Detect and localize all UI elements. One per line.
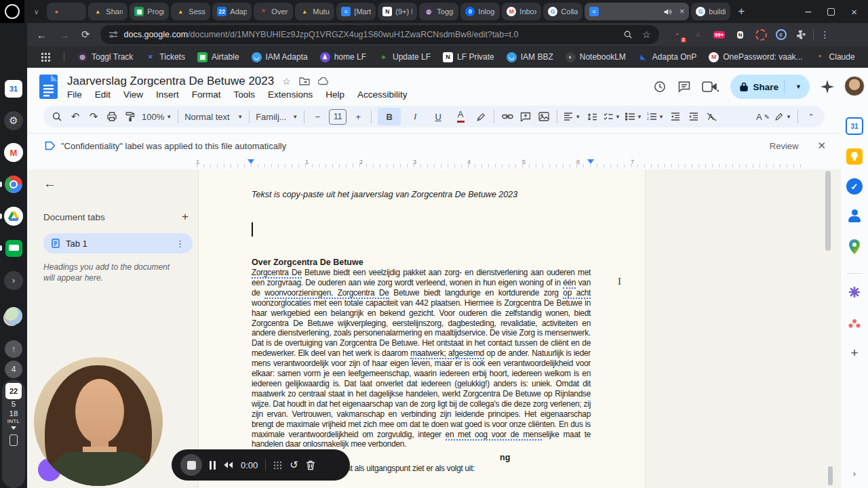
browser-tab[interactable]: ◎ Toggl T — [419, 3, 458, 20]
bookmark-item[interactable]: ◡ IAM Adapta — [252, 52, 308, 62]
menu-item[interactable]: File — [67, 89, 82, 100]
forward-button[interactable]: → — [59, 29, 69, 41]
collapse-panel-chevron-icon[interactable]: › — [853, 468, 856, 479]
menu-item[interactable]: Insert — [156, 89, 179, 100]
menu-item[interactable]: Tools — [234, 89, 256, 100]
address-bar[interactable]: docs.google.com /document/d/1MNYBUHIEz9J… — [100, 25, 659, 44]
extension-icon[interactable]: 0 — [776, 29, 787, 40]
launcher-icon[interactable] — [0, 0, 24, 23]
clear-formatting-icon[interactable]: A — [705, 108, 719, 125]
pen-tools-select[interactable]: ▼ — [774, 108, 791, 125]
banner-close-icon[interactable]: ✕ — [817, 140, 826, 152]
extension-icon[interactable]: 99+ — [713, 28, 726, 41]
gemini-sparkle-icon[interactable] — [821, 80, 834, 94]
close-window-button[interactable]: × — [851, 6, 857, 18]
browser-tab[interactable]: * Overco — [254, 3, 293, 20]
add-tab-icon[interactable]: + — [182, 210, 193, 224]
increase-font-size-button[interactable]: + — [351, 108, 365, 125]
tab-close-icon[interactable]: × — [679, 7, 684, 16]
extension-icon[interactable]: ∴ — [692, 28, 705, 41]
extensions-puzzle-icon[interactable] — [795, 29, 806, 40]
dock-more-apps-icon[interactable]: › — [4, 271, 23, 290]
menu-item[interactable]: View — [123, 89, 143, 100]
zoom-select[interactable]: 100%▼ — [142, 108, 172, 125]
extension-icon[interactable]: N — [734, 28, 747, 41]
delete-recording-icon[interactable] — [306, 460, 315, 470]
dock-settings-icon[interactable]: ⚙ — [4, 111, 23, 130]
tab-options-icon[interactable]: ⋮ — [176, 239, 184, 249]
bookmark-item[interactable]: ◎ Toggl Track — [77, 52, 133, 62]
dock-calendar-icon[interactable]: 31 — [4, 79, 23, 98]
browser-tab[interactable]: G buildin — [691, 3, 730, 20]
insert-link-icon[interactable] — [500, 108, 514, 125]
pause-recording-button[interactable] — [210, 461, 216, 470]
share-dropdown-caret[interactable]: ▼ — [790, 83, 807, 90]
underline-button[interactable]: U — [429, 108, 447, 125]
decrease-font-size-button[interactable]: − — [311, 108, 324, 125]
dock-share-up-icon[interactable]: ↑ — [5, 340, 22, 358]
scrollbar-corner[interactable] — [828, 466, 833, 485]
browser-tab[interactable]: 22 Adapta — [212, 3, 252, 20]
bookmark-star-icon[interactable]: ☆ — [642, 29, 651, 40]
right-indent-marker[interactable] — [587, 159, 594, 164]
browser-menu-icon[interactable]: ⋮ — [821, 29, 830, 40]
menu-item[interactable]: Extensions — [268, 89, 313, 100]
browser-tab[interactable]: G Collabo — [543, 3, 583, 20]
document-tab-item[interactable]: Tab 1 ⋮ — [43, 233, 193, 253]
calendar-panel-icon[interactable]: 31 — [846, 117, 863, 135]
panel-back-arrow-icon[interactable]: ← — [43, 176, 56, 190]
star-document-icon[interactable]: ☆ — [282, 76, 291, 87]
dock-chat-icon[interactable] — [4, 239, 23, 258]
decrease-indent-icon[interactable] — [669, 108, 682, 125]
undo-icon[interactable]: ↶ — [68, 108, 82, 125]
print-icon[interactable] — [105, 108, 119, 125]
dock-chrome-icon[interactable] — [4, 175, 23, 194]
review-button[interactable]: Review — [770, 141, 799, 151]
dock-maps-window-icon[interactable] — [4, 306, 23, 325]
tab-audio-icon[interactable] — [663, 7, 672, 16]
extension-icon[interactable] — [755, 29, 767, 41]
browser-tab[interactable]: ▲ Mutual — [295, 3, 334, 20]
rewind-icon[interactable] — [223, 461, 233, 469]
increase-indent-icon[interactable] — [687, 108, 701, 125]
minimize-button[interactable]: – — [805, 5, 811, 18]
search-menus-icon[interactable] — [50, 108, 64, 125]
share-button[interactable]: Share ▼ — [730, 75, 810, 99]
font-select[interactable]: Familj...▼ — [256, 108, 298, 125]
align-select[interactable]: ▼ — [564, 108, 580, 125]
contacts-panel-icon[interactable] — [846, 208, 863, 224]
browser-tab[interactable]: ● — [47, 3, 86, 20]
bookmark-item[interactable]: * Claude — [815, 52, 855, 62]
hide-menus-chevron-icon[interactable]: ⌃ — [804, 108, 818, 125]
bold-button[interactable]: B — [378, 108, 401, 125]
search-lens-icon[interactable] — [623, 30, 633, 39]
document-page[interactable]: Tekst is copy-paste uit het jaarverslag … — [198, 169, 646, 488]
extension-icon[interactable]: * 3 — [671, 28, 684, 41]
italic-button[interactable]: I — [406, 108, 425, 125]
tasks-panel-icon[interactable]: ✓ — [846, 178, 863, 195]
add-panel-app-icon[interactable]: + — [846, 344, 863, 362]
left-indent-marker[interactable] — [248, 159, 254, 164]
bookmark-item[interactable]: ◣ Adapta OnP — [638, 52, 696, 62]
line-spacing-icon[interactable] — [585, 108, 599, 125]
dock-drive-icon[interactable] — [4, 207, 23, 226]
redo-icon[interactable]: ↷ — [87, 108, 100, 125]
dock-status-widget[interactable]: 22 518 INTL — [2, 380, 25, 488]
browser-tab[interactable]: M Inbox ( — [502, 3, 541, 20]
user-avatar[interactable] — [844, 76, 865, 96]
font-size-input[interactable]: 11 — [329, 109, 347, 125]
bookmark-item[interactable]: ✕ Tickets — [145, 52, 185, 62]
dock-gmail-icon[interactable]: M — [4, 143, 23, 162]
paragraph-style-select[interactable]: Normal text▼ — [184, 108, 243, 125]
maps-panel-icon[interactable] — [846, 238, 863, 256]
add-comment-icon[interactable] — [519, 108, 532, 125]
bookmark-item[interactable]: ◐ NotebookLM — [566, 52, 626, 62]
menu-item[interactable]: Format — [192, 89, 221, 100]
paint-format-icon[interactable] — [123, 108, 137, 125]
document-scrollbar-thumb[interactable] — [825, 171, 831, 251]
docs-logo[interactable] — [39, 75, 58, 99]
browser-tab[interactable]: 0 Inlogge — [460, 3, 500, 20]
bookmark-item[interactable]: ◡ IAM BBZ — [507, 52, 553, 62]
checklist-select[interactable]: ▼ — [604, 108, 620, 125]
document-status-cloud-icon[interactable] — [318, 77, 330, 85]
